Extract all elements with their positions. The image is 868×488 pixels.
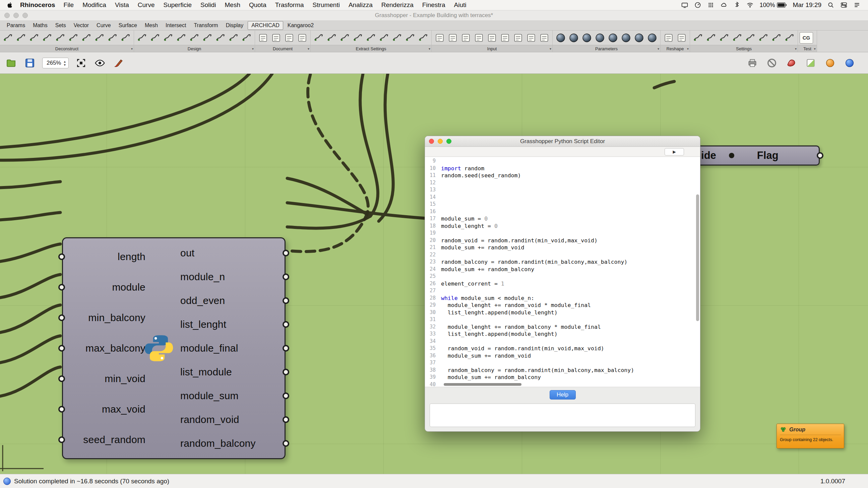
code-line[interactable]: 28while module_sum < module_n: [425, 295, 700, 302]
tab-kangaroo2[interactable]: Kangaroo2 [284, 22, 317, 30]
tool-icon[interactable] [675, 31, 688, 44]
code-line[interactable]: 37 [425, 359, 700, 367]
tool-icon[interactable] [607, 31, 619, 44]
tab-mesh[interactable]: Mesh [142, 22, 161, 30]
tool-icon[interactable] [283, 31, 296, 44]
code-line[interactable]: 17module_sum = 0 [425, 215, 700, 222]
code-line[interactable]: 9 [425, 157, 700, 165]
editor-minimize-icon[interactable] [438, 139, 443, 144]
horizontal-scrollbar[interactable] [444, 383, 522, 386]
tool-icon[interactable] [620, 31, 632, 44]
tool-icon[interactable] [149, 31, 161, 44]
tool-icon[interactable] [227, 31, 240, 44]
python-script-editor-window[interactable]: Grasshopper Python Script Editor ▶ 910im… [425, 136, 701, 432]
toolbar-group-label[interactable]: Extract Settings▾ [311, 45, 431, 52]
active-app-name[interactable]: Rhinoceros [16, 1, 59, 9]
tool-icon[interactable] [93, 31, 106, 44]
tool-icon[interactable] [351, 31, 364, 44]
toolbar-group-label[interactable]: Parameters▾ [553, 45, 660, 52]
zoom-extents-icon[interactable] [75, 57, 88, 69]
tool-icon[interactable] [744, 31, 757, 44]
tool-icon[interactable] [270, 31, 282, 44]
menu-item[interactable]: Vista [111, 1, 133, 9]
toolbar-group-label[interactable]: Test▾ [798, 45, 817, 52]
tool-icon[interactable] [15, 31, 28, 44]
code-line[interactable]: 15 [425, 201, 700, 208]
run-script-button[interactable]: ▶ [664, 148, 684, 155]
code-line[interactable]: 18module_lenght = 0 [425, 222, 700, 230]
cloud-download-icon[interactable] [720, 1, 727, 9]
notification-list-icon[interactable] [853, 1, 861, 9]
tab-surface[interactable]: Surface [115, 22, 141, 30]
tab-intersect[interactable]: Intersect [162, 22, 189, 30]
tool-icon[interactable]: CG [800, 32, 813, 43]
tab-params[interactable]: Params [3, 22, 29, 30]
code-line[interactable]: 21module_sum += random_void [425, 244, 700, 251]
tool-icon[interactable] [326, 31, 338, 44]
toolbar-group-label[interactable]: Design▾ [134, 45, 255, 52]
tool-icon[interactable] [80, 31, 93, 44]
code-line[interactable]: 19 [425, 230, 700, 237]
code-line[interactable]: 34 [425, 338, 700, 345]
tool-icon[interactable] [718, 31, 731, 44]
tool-icon[interactable] [339, 31, 351, 44]
tool-icon[interactable] [581, 31, 593, 44]
menu-item[interactable]: Superficie [159, 1, 196, 9]
input-port[interactable] [58, 253, 65, 260]
code-line[interactable]: 23random_balcony = random.randint(min_ba… [425, 258, 700, 266]
shaded-preview-icon[interactable] [804, 57, 817, 69]
editor-close-icon[interactable] [429, 139, 434, 144]
code-line[interactable]: 27 [425, 287, 700, 295]
flag-output-port[interactable] [817, 152, 824, 159]
render-preview-icon[interactable] [824, 57, 837, 69]
wireframe-preview-icon[interactable] [785, 57, 798, 69]
window-titlebar[interactable]: Grasshopper - Example Building with terr… [0, 10, 868, 21]
tool-icon[interactable] [404, 31, 416, 44]
tool-icon[interactable] [41, 31, 54, 44]
output-port[interactable] [282, 440, 289, 447]
menu-item[interactable]: File [59, 1, 79, 9]
code-line[interactable]: 16 [425, 208, 700, 215]
tool-icon[interactable] [257, 31, 270, 44]
bluetooth-icon[interactable] [733, 1, 741, 9]
input-port[interactable] [58, 406, 65, 413]
tool-icon[interactable] [538, 31, 551, 44]
menu-item[interactable]: Trasforma [271, 1, 308, 9]
tool-icon[interactable] [757, 31, 770, 44]
tab-curve[interactable]: Curve [93, 22, 114, 30]
output-port[interactable] [282, 393, 289, 399]
tool-icon[interactable] [312, 31, 325, 44]
toolbar-group-label[interactable]: Deconstruct▾ [0, 45, 134, 52]
stats-icon[interactable] [694, 1, 702, 9]
tool-icon[interactable] [136, 31, 149, 44]
code-line[interactable]: 39 module_sum += random_balcony [425, 374, 700, 381]
tool-icon[interactable] [175, 31, 188, 44]
code-line[interactable]: 30 list_lenght.append(module_lenght) [425, 309, 700, 316]
output-port[interactable] [282, 345, 289, 352]
code-line[interactable]: 26element_corrent = 1 [425, 280, 700, 287]
toolbar-group-label[interactable]: Document▾ [255, 45, 310, 52]
code-editor[interactable]: 910import random11random.seed(seed_rando… [425, 157, 700, 387]
tool-icon[interactable] [705, 31, 717, 44]
menubar-clock[interactable]: Mar 19:29 [793, 1, 822, 9]
wifi-icon[interactable] [746, 1, 754, 9]
tool-icon[interactable] [106, 31, 119, 44]
tool-icon[interactable] [417, 31, 430, 44]
preview-eye-icon[interactable] [93, 57, 106, 69]
code-line[interactable]: 13 [425, 186, 700, 194]
tool-icon[interactable] [54, 31, 67, 44]
menu-item[interactable]: Quota [245, 1, 271, 9]
tool-icon[interactable] [446, 31, 459, 44]
editor-titlebar[interactable]: Grasshopper Python Script Editor [425, 136, 700, 147]
vertical-scrollbar[interactable] [696, 194, 699, 321]
code-line[interactable]: 25 [425, 273, 700, 280]
menu-item[interactable]: Renderizza [377, 1, 418, 9]
input-port[interactable] [58, 345, 65, 352]
help-button[interactable]: Help [550, 390, 576, 399]
control-center-icon[interactable] [840, 1, 847, 9]
tool-icon[interactable] [554, 31, 567, 44]
code-line[interactable]: 38 random_balcony = random.randint(min_b… [425, 367, 700, 374]
code-line[interactable]: 20random_void = random.randint(min_void,… [425, 237, 700, 244]
input-port[interactable] [58, 284, 65, 291]
output-port[interactable] [282, 321, 289, 328]
